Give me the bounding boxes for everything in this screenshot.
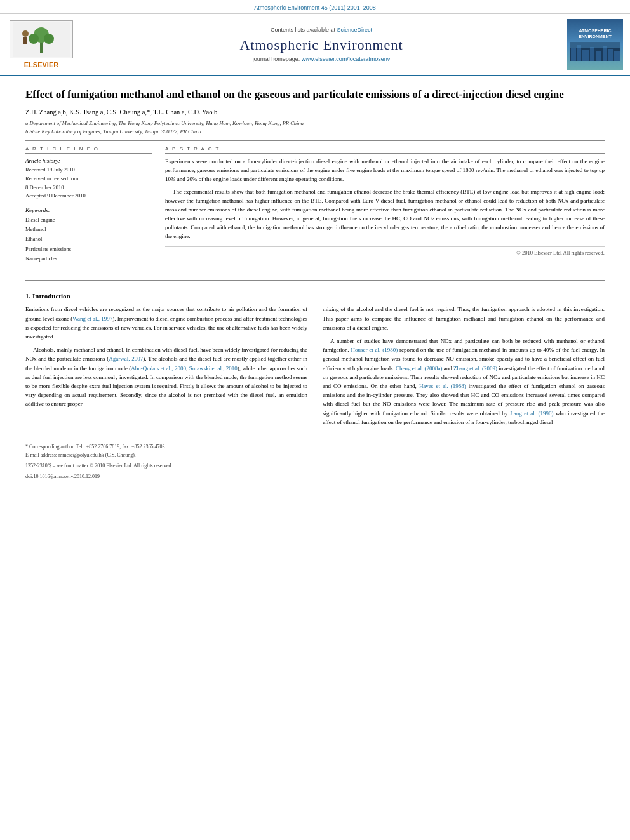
email-link[interactable]: mmcsc@polyu.edu.hk bbox=[58, 452, 104, 458]
affiliations: a Department of Mechanical Engineering, … bbox=[25, 119, 605, 136]
svg-point-3 bbox=[29, 34, 39, 44]
article-info-abstract: A R T I C L E I N F O Article history: R… bbox=[25, 146, 605, 270]
svg-rect-16 bbox=[570, 42, 620, 48]
intro-para-3: mixing of the alcohol and the diesel fue… bbox=[323, 305, 605, 332]
ref-jiang-1990: Jiang et al. (1990) bbox=[510, 410, 554, 417]
cityscape-icon bbox=[570, 42, 620, 61]
ref-agarwal-2007: Agarwal, 2007 bbox=[109, 356, 143, 362]
sciencedirect-link[interactable]: ScienceDirect bbox=[337, 27, 373, 33]
elsevier-tree-icon bbox=[13, 22, 70, 57]
received-revised-label: Received in revised form bbox=[25, 175, 152, 183]
elsevier-logo-area: ELSEVIER bbox=[6, 20, 76, 69]
keyword-3: Ethanol bbox=[25, 234, 152, 244]
ref-abqudais-2000: Abu-Qudais et al., 2000 bbox=[131, 365, 186, 371]
keyword-1: Diesel engine bbox=[25, 215, 152, 225]
intro-heading: 1. Introduction bbox=[25, 292, 605, 300]
abstract-panel: A B S T R A C T Experiments were conduct… bbox=[165, 146, 605, 270]
keywords-block: Keywords: Diesel engine Methanol Ethanol… bbox=[25, 207, 152, 263]
intro-col-left: Emissions from diesel vehicles are recog… bbox=[25, 305, 307, 431]
issn-line: 1352-2310/$ – see front matter © 2010 El… bbox=[25, 462, 605, 470]
introduction-section: 1. Introduction Emissions from diesel ve… bbox=[25, 292, 605, 431]
intro-col-right: mixing of the alcohol and the diesel fue… bbox=[323, 305, 605, 431]
authors-line: Z.H. Zhang a,b, K.S. Tsang a, C.S. Cheun… bbox=[25, 109, 605, 116]
article-info-label: A R T I C L E I N F O bbox=[25, 146, 152, 154]
footnotes-area: * Corresponding author. Tel.: +852 2766 … bbox=[25, 439, 605, 481]
elsevier-logo-box bbox=[10, 20, 73, 58]
divider-2 bbox=[25, 280, 605, 281]
svg-rect-8 bbox=[571, 48, 576, 61]
ref-houser-1980: Houser et al. (1980) bbox=[351, 347, 398, 353]
contents-available-line: Contents lists available at ScienceDirec… bbox=[83, 27, 560, 33]
divider-1 bbox=[25, 140, 605, 141]
article-history-title: Article history: bbox=[25, 157, 152, 164]
svg-rect-11 bbox=[590, 47, 594, 61]
copyright-line: © 2010 Elsevier Ltd. All rights reserved… bbox=[165, 246, 605, 256]
footnote-email: E-mail address: mmcsc@polyu.edu.hk (C.S.… bbox=[25, 451, 605, 460]
svg-rect-1 bbox=[40, 41, 43, 53]
article-title: Effect of fumigation methanol and ethano… bbox=[25, 88, 605, 102]
ref-zhang-2009: Zhang et al. (2009) bbox=[453, 365, 497, 371]
accepted-date: Accepted 9 December 2010 bbox=[25, 192, 152, 201]
journal-reference: Atmospheric Environment 45 (2011) 2001–2… bbox=[254, 4, 376, 11]
svg-rect-13 bbox=[603, 46, 607, 61]
svg-rect-6 bbox=[23, 37, 27, 44]
keyword-4: Particulate emissions bbox=[25, 244, 152, 254]
ref-surawski-2010: Surawski et al., 2010 bbox=[189, 365, 238, 371]
svg-rect-15 bbox=[614, 51, 620, 61]
svg-point-5 bbox=[22, 30, 29, 37]
received-date: Received 19 July 2010 bbox=[25, 166, 152, 175]
intro-para-1: Emissions from diesel vehicles are recog… bbox=[25, 305, 307, 341]
keywords-title: Keywords: bbox=[25, 207, 152, 213]
svg-point-4 bbox=[44, 34, 54, 44]
intro-col-left-text: Emissions from diesel vehicles are recog… bbox=[25, 305, 307, 408]
header-center: Contents lists available at ScienceDirec… bbox=[83, 27, 560, 62]
affiliation-a: a Department of Mechanical Engineering, … bbox=[25, 119, 605, 128]
svg-rect-14 bbox=[608, 49, 613, 61]
ae-cityscape-graphic bbox=[570, 42, 620, 61]
ae-logo-box: ATMOSPHERIC ENVIRONMENT bbox=[567, 19, 623, 70]
keyword-5: Nano-particles bbox=[25, 254, 152, 263]
svg-rect-10 bbox=[582, 50, 589, 61]
article-info-panel: A R T I C L E I N F O Article history: R… bbox=[25, 146, 152, 270]
intro-body-columns: Emissions from diesel vehicles are recog… bbox=[25, 305, 605, 431]
journal-header: ELSEVIER Contents lists available at Sci… bbox=[0, 14, 630, 76]
doi-line: doi:10.1016/j.atmosenv.2010.12.019 bbox=[25, 473, 605, 481]
homepage-line: journal homepage: www.elsevier.com/locat… bbox=[83, 56, 560, 62]
affiliation-b: b State Key Laboratory of Engines, Tianj… bbox=[25, 128, 605, 136]
abstract-label: A B S T R A C T bbox=[165, 146, 605, 154]
svg-rect-12 bbox=[596, 51, 601, 61]
intro-col-right-text: mixing of the alcohol and the diesel fue… bbox=[323, 305, 605, 427]
abstract-para-2: The experimental results show that both … bbox=[165, 188, 605, 241]
article-history-block: Article history: Received 19 July 2010 R… bbox=[25, 157, 152, 200]
main-content: Effect of fumigation methanol and ethano… bbox=[0, 76, 630, 488]
intro-para-2: Alcohols, mainly methanol and ethanol, i… bbox=[25, 345, 307, 409]
abstract-text: Experiments were conducted on a four-cyl… bbox=[165, 157, 605, 241]
footnote-corresponding: * Corresponding author. Tel.: +852 2766 … bbox=[25, 443, 605, 451]
intro-para-4: A number of studies have demonstrated th… bbox=[323, 337, 605, 427]
abstract-para-1: Experiments were conducted on a four-cyl… bbox=[165, 157, 605, 184]
ae-logo-area: ATMOSPHERIC ENVIRONMENT bbox=[566, 19, 624, 70]
top-bar: Atmospheric Environment 45 (2011) 2001–2… bbox=[0, 0, 630, 14]
ref-cheng-2008a: Cheng et al. (2008a) bbox=[396, 365, 443, 371]
ref-wang-1997: Wang et al., 1997 bbox=[72, 316, 112, 322]
elsevier-wordmark: ELSEVIER bbox=[24, 61, 58, 69]
homepage-url[interactable]: www.elsevier.com/locate/atmosenv bbox=[302, 56, 391, 62]
received-revised-date: 8 December 2010 bbox=[25, 183, 152, 192]
ref-hayes-1988: Hayes et al. (1988) bbox=[419, 383, 466, 389]
keyword-2: Methanol bbox=[25, 225, 152, 234]
journal-title: Atmospheric Environment bbox=[83, 37, 560, 53]
ae-logo-text: ATMOSPHERIC ENVIRONMENT bbox=[579, 28, 612, 39]
